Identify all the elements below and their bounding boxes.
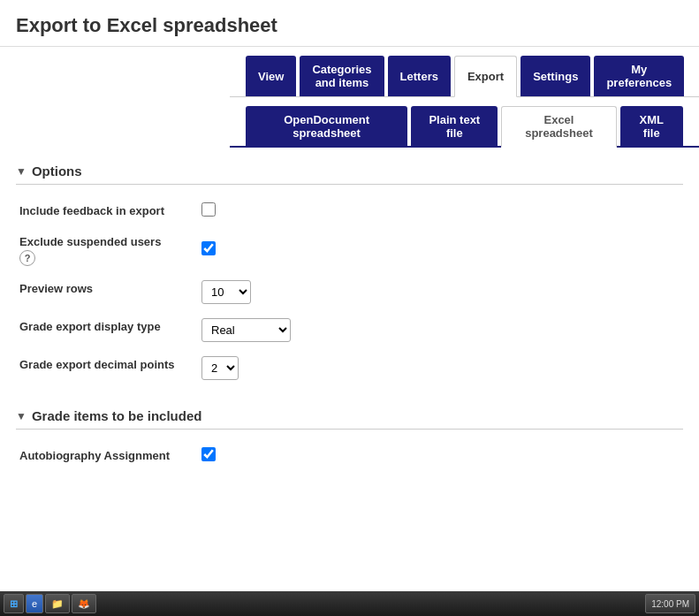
subnav-excel[interactable]: Excel spreadsheet xyxy=(501,106,616,148)
autobiography-control xyxy=(193,440,683,471)
page-header: Export to Excel spreadsheet xyxy=(0,0,699,47)
grade-items-chevron[interactable]: ▼ xyxy=(16,410,27,422)
nav-categories[interactable]: Categories and items xyxy=(300,56,384,96)
include-feedback-row: Include feedback in export xyxy=(16,195,683,226)
grade-items-title: Grade items to be included xyxy=(32,408,202,423)
include-feedback-label: Include feedback in export xyxy=(16,195,193,226)
subnav-plaintext[interactable]: Plain text file xyxy=(411,106,498,146)
autobiography-checkbox[interactable] xyxy=(201,447,216,461)
nav-view[interactable]: View xyxy=(246,56,296,96)
exclude-suspended-label: Exclude suspended users ? xyxy=(16,226,193,273)
grade-display-type-control: Real Percentage Letter xyxy=(193,311,683,349)
exclude-suspended-control xyxy=(193,226,683,273)
page-title: Export to Excel spreadsheet xyxy=(16,14,683,37)
grade-items-table: Autobiography Assignment xyxy=(16,440,683,471)
options-chevron[interactable]: ▼ xyxy=(16,165,27,178)
options-title: Options xyxy=(32,164,82,179)
grade-decimal-points-row: Grade export decimal points 0 1 2 3 4 5 xyxy=(16,349,683,387)
preview-rows-row: Preview rows 10 20 50 100 xyxy=(16,273,683,311)
nav-preferences[interactable]: My preferences xyxy=(594,56,684,96)
main-nav: View Categories and items Letters Export… xyxy=(230,47,699,97)
grade-decimal-points-label: Grade export decimal points xyxy=(16,349,193,387)
subnav-opendoc[interactable]: OpenDocument spreadsheet xyxy=(246,106,407,146)
grade-display-type-row: Grade export display type Real Percentag… xyxy=(16,311,683,349)
autobiography-label: Autobiography Assignment xyxy=(16,440,193,471)
exclude-suspended-help-icon[interactable]: ? xyxy=(19,250,35,266)
include-feedback-checkbox[interactable] xyxy=(201,202,216,217)
autobiography-row: Autobiography Assignment xyxy=(16,440,683,471)
options-header: ▼ Options xyxy=(16,164,683,185)
preview-rows-select[interactable]: 10 20 50 100 xyxy=(201,280,251,304)
grade-decimal-points-select[interactable]: 0 1 2 3 4 5 xyxy=(201,356,239,380)
include-feedback-control xyxy=(193,195,683,226)
exclude-suspended-checkbox[interactable] xyxy=(201,241,216,255)
options-section: ▼ Options Include feedback in export Exc… xyxy=(16,164,683,387)
nav-letters[interactable]: Letters xyxy=(388,56,451,96)
grade-items-section: ▼ Grade items to be included Autobiograp… xyxy=(16,408,683,471)
subnav-xml[interactable]: XML file xyxy=(620,106,683,146)
preview-rows-label: Preview rows xyxy=(16,273,193,311)
options-table: Include feedback in export Exclude suspe… xyxy=(16,195,683,387)
nav-export[interactable]: Export xyxy=(454,56,517,97)
sub-nav: OpenDocument spreadsheet Plain text file… xyxy=(230,97,699,148)
nav-settings[interactable]: Settings xyxy=(520,56,590,96)
exclude-suspended-row: Exclude suspended users ? xyxy=(16,226,683,273)
grade-display-type-select[interactable]: Real Percentage Letter xyxy=(201,318,291,342)
grade-items-header: ▼ Grade items to be included xyxy=(16,408,683,430)
grade-decimal-points-control: 0 1 2 3 4 5 xyxy=(193,349,683,387)
grade-display-type-label: Grade export display type xyxy=(16,311,193,349)
preview-rows-control: 10 20 50 100 xyxy=(193,273,683,311)
